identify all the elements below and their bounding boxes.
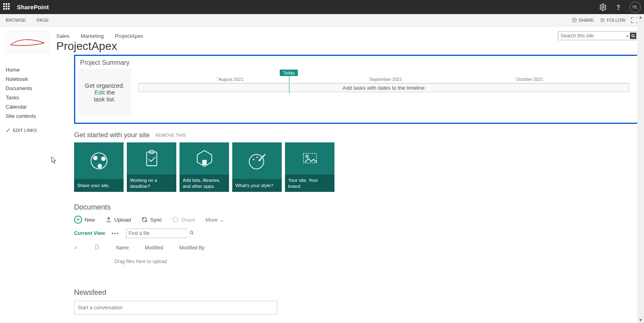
svg-point-0 [602, 6, 604, 8]
leftnav-notebook[interactable]: Notebook [6, 74, 66, 84]
product-name: SharePoint [17, 4, 49, 10]
month-aug: August 2021 [219, 77, 244, 82]
leftnav-tasks[interactable]: Tasks [6, 93, 66, 102]
project-summary-webpart: Project Summary Get organized. Edit the … [74, 55, 638, 124]
find-file-input[interactable] [129, 230, 189, 236]
left-nav: Home Notebook Documents Tasks Calendar S… [6, 55, 66, 315]
svg-point-10 [98, 164, 101, 168]
sync-icon [141, 216, 148, 223]
user-avatar[interactable]: HL [630, 2, 641, 13]
drag-drop-hint: Drag files here to upload [114, 259, 638, 264]
timeline[interactable]: Today August 2021 September 2021 October… [138, 69, 629, 115]
svg-point-3 [573, 19, 574, 20]
tile-style[interactable]: What's your style? [232, 142, 282, 192]
search-scope-dropdown-icon[interactable]: ▾ [626, 34, 628, 38]
settings-gear-icon[interactable] [599, 3, 607, 11]
newsfeed-input[interactable] [78, 305, 274, 311]
today-marker: Today [280, 70, 298, 76]
tile-share-site[interactable]: Share your site. [74, 142, 124, 192]
top-nav: Sales Marketing ProjectApex [56, 31, 551, 39]
share-tile-icon [74, 142, 124, 179]
type-column-icon[interactable] [94, 244, 100, 251]
svg-point-2 [572, 18, 576, 23]
col-modified[interactable]: Modified [145, 245, 163, 251]
timeline-months: August 2021 September 2021 October 2021 [138, 77, 629, 83]
month-sep: September 2021 [369, 77, 402, 82]
search-box[interactable]: ▾ [558, 31, 638, 40]
select-all-checkbox[interactable]: ✓ [74, 245, 78, 251]
ribbon-tab-browse[interactable]: BROWSE [6, 18, 26, 23]
col-modified-by[interactable]: Modified By [179, 245, 204, 251]
ribbon: BROWSE PAGE SHARE FOLLOW [0, 14, 644, 27]
edit-task-list-link[interactable]: Edit [95, 89, 105, 96]
share-button[interactable]: Share [172, 216, 195, 223]
svg-point-6 [632, 34, 634, 37]
sync-button[interactable]: Sync [141, 216, 162, 223]
share-action[interactable]: SHARE [572, 17, 594, 23]
svg-rect-13 [202, 160, 206, 165]
app-launcher-icon[interactable] [3, 3, 11, 11]
svg-point-15 [253, 158, 254, 160]
col-name[interactable]: Name [116, 245, 129, 251]
vertical-scrollbar[interactable]: ▲ ▼ [637, 14, 644, 323]
svg-point-20 [173, 217, 178, 222]
remove-get-started-link[interactable]: REMOVE THIS [155, 133, 186, 138]
month-oct: October 2021 [516, 77, 543, 82]
leftnav-home[interactable]: Home [6, 65, 66, 74]
svg-point-4 [575, 19, 575, 20]
leftnav-site-contents[interactable]: Site contents [6, 111, 66, 121]
user-initials: HL [633, 5, 638, 9]
palette-tile-icon [232, 142, 282, 179]
new-button[interactable]: + New [74, 216, 95, 224]
topnav-item-projectapex[interactable]: ProjectApex [115, 33, 143, 39]
search-input[interactable] [561, 33, 626, 39]
newsfeed-compose-box[interactable] [74, 301, 277, 315]
suite-bar: SharePoint HL [0, 0, 644, 14]
documents-title: Documents [74, 203, 638, 212]
upload-icon [105, 216, 112, 223]
more-button[interactable]: More ⌄ [206, 217, 225, 223]
tile-deadline[interactable]: Working on a deadline? [127, 142, 176, 192]
tile-add-apps[interactable]: Add lists, libraries, and other apps. [180, 142, 229, 192]
edit-links[interactable]: EDIT LINKS [6, 128, 66, 133]
pencil-icon [6, 128, 10, 133]
get-started-tiles: Share your site. Working on a deadline? … [74, 142, 638, 192]
svg-point-8 [93, 156, 97, 160]
site-logo[interactable] [6, 31, 49, 53]
view-menu-ellipsis-icon[interactable]: ••• [111, 230, 120, 237]
documents-toolbar: + New Upload Sync Share More ⌄ [74, 216, 638, 224]
help-icon[interactable] [614, 3, 622, 11]
newsfeed-title: Newsfeed [74, 288, 638, 297]
current-view-link[interactable]: Current View [74, 230, 105, 236]
project-summary-get-organized-panel: Get organized. Edit the task list. [78, 69, 131, 115]
svg-point-14 [249, 154, 264, 169]
leftnav-calendar[interactable]: Calendar [6, 102, 66, 111]
scroll-up-icon[interactable]: ▲ [639, 14, 643, 20]
find-file-box[interactable] [126, 228, 186, 238]
search-go-icon[interactable] [630, 33, 636, 39]
hexagon-tile-icon [180, 142, 229, 175]
find-file-search-icon[interactable] [189, 230, 194, 237]
get-started-title: Get started with your site [74, 131, 150, 139]
tile-brand[interactable]: Your site. Your brand. [285, 142, 334, 192]
svg-point-19 [306, 155, 308, 157]
follow-action[interactable]: FOLLOW [600, 17, 625, 23]
svg-point-9 [101, 157, 105, 160]
clipboard-tile-icon [127, 142, 176, 175]
leftnav-documents[interactable]: Documents [6, 84, 66, 93]
documents-column-headers: ✓ Name Modified Modified By [74, 244, 638, 251]
ribbon-tab-page[interactable]: PAGE [37, 18, 49, 23]
topnav-item-sales[interactable]: Sales [56, 33, 70, 39]
timeline-add-tasks-bar[interactable]: Add tasks with dates to the timeline [138, 83, 629, 92]
chevron-down-icon: ⌄ [220, 217, 224, 223]
project-summary-title: Project Summary [80, 59, 629, 66]
svg-point-5 [574, 21, 574, 21]
page-title: ProjectApex [56, 40, 551, 53]
upload-button[interactable]: Upload [105, 216, 131, 223]
svg-point-21 [190, 231, 193, 234]
share-doc-icon [172, 216, 179, 223]
picture-tile-icon [285, 142, 334, 175]
scroll-down-icon[interactable]: ▼ [639, 317, 643, 323]
svg-point-16 [256, 156, 258, 158]
topnav-item-marketing[interactable]: Marketing [81, 33, 104, 39]
